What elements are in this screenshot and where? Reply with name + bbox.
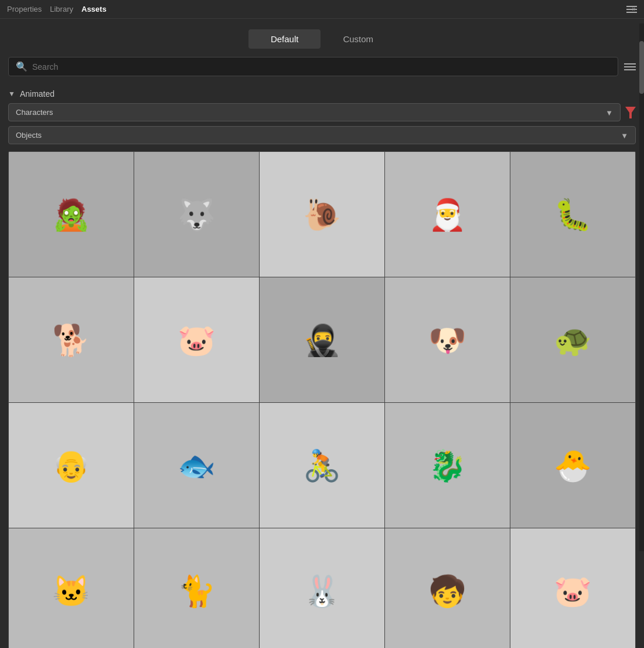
asset-emoji-16: 🐱 xyxy=(52,576,90,606)
asset-cell-18[interactable]: 🐰 xyxy=(260,528,384,648)
asset-cell-14[interactable]: 🐉 xyxy=(385,403,510,528)
double-chevron-icon[interactable]: » xyxy=(632,5,636,13)
asset-cell-9[interactable]: 🐶 xyxy=(385,277,510,402)
asset-emoji-3: 🐌 xyxy=(303,199,341,230)
asset-emoji-17: 🐈 xyxy=(178,576,216,606)
asset-emoji-18: 🐰 xyxy=(303,576,341,606)
asset-cell-19[interactable]: 🧒 xyxy=(385,528,510,648)
asset-cell-2[interactable]: 🐺 xyxy=(134,152,259,277)
characters-dropdown-label: Characters xyxy=(16,108,53,117)
asset-cell-12[interactable]: 🐟 xyxy=(134,403,259,528)
animated-section-label: Animated xyxy=(20,89,54,99)
objects-dropdown-wrapper: Objects ▼ xyxy=(8,126,636,144)
asset-emoji-4: 🎅 xyxy=(428,199,466,230)
tab-library[interactable]: Library xyxy=(50,4,73,15)
asset-emoji-8: 🥷 xyxy=(303,325,341,355)
characters-dropdown[interactable]: Characters ▼ xyxy=(8,103,621,121)
characters-dropdown-wrapper: Characters ▼ xyxy=(8,103,636,121)
animated-chevron-icon: ▼ xyxy=(8,90,15,98)
filter-icon[interactable] xyxy=(625,106,636,118)
asset-cell-11[interactable]: 👴 xyxy=(9,403,134,528)
search-box: 🔍 xyxy=(8,57,618,76)
top-bar: Properties Library Assets xyxy=(0,0,644,19)
asset-emoji-7: 🐷 xyxy=(178,325,216,355)
list-view-icon[interactable] xyxy=(624,63,636,70)
objects-dropdown[interactable]: Objects ▼ xyxy=(8,126,636,144)
tab-properties[interactable]: Properties xyxy=(7,4,42,15)
asset-emoji-2: 🐺 xyxy=(178,199,216,230)
asset-emoji-5: 🐛 xyxy=(554,199,592,230)
asset-cell-4[interactable]: 🎅 xyxy=(385,152,510,277)
asset-cell-5[interactable]: 🐛 xyxy=(510,152,635,277)
asset-cell-6[interactable]: 🐕 xyxy=(9,277,134,402)
search-row: 🔍 xyxy=(0,57,644,76)
animated-section-header[interactable]: ▼ Animated xyxy=(0,84,644,103)
asset-emoji-1: 🧟 xyxy=(52,199,90,230)
asset-cell-17[interactable]: 🐈 xyxy=(134,528,259,648)
custom-tab-button[interactable]: Custom xyxy=(321,29,396,49)
asset-emoji-14: 🐉 xyxy=(428,450,466,481)
scroll-thumb[interactable] xyxy=(639,41,644,94)
assets-grid: 🧟🐺🐌🎅🐛🐕🐷🥷🐶🐢👴🐟🚴🐉🐣🐱🐈🐰🧒🐷 xyxy=(8,151,636,648)
asset-cell-1[interactable]: 🧟 xyxy=(9,152,134,277)
svg-marker-0 xyxy=(625,107,636,118)
asset-emoji-12: 🐟 xyxy=(178,450,216,481)
characters-chevron-icon: ▼ xyxy=(605,108,613,117)
asset-emoji-11: 👴 xyxy=(52,450,90,481)
top-bar-tabs: Properties Library Assets xyxy=(7,4,107,15)
scroll-track xyxy=(639,23,644,551)
asset-cell-13[interactable]: 🚴 xyxy=(260,403,384,528)
asset-emoji-10: 🐢 xyxy=(554,325,592,355)
asset-emoji-19: 🧒 xyxy=(428,576,466,606)
default-tab-button[interactable]: Default xyxy=(248,29,321,49)
asset-emoji-6: 🐕 xyxy=(52,325,90,355)
asset-cell-15[interactable]: 🐣 xyxy=(510,403,635,528)
asset-cell-8[interactable]: 🥷 xyxy=(260,277,384,402)
asset-emoji-9: 🐶 xyxy=(428,325,466,355)
asset-cell-3[interactable]: 🐌 xyxy=(260,152,384,277)
asset-cell-16[interactable]: 🐱 xyxy=(9,528,134,648)
asset-cell-7[interactable]: 🐷 xyxy=(134,277,259,402)
asset-emoji-13: 🚴 xyxy=(303,450,341,481)
search-input[interactable] xyxy=(32,62,611,72)
tab-switcher: Default Custom xyxy=(0,19,644,57)
dropdowns-row: Characters ▼ Objects ▼ xyxy=(0,103,644,144)
asset-cell-10[interactable]: 🐢 xyxy=(510,277,635,402)
asset-emoji-20: 🐷 xyxy=(554,576,592,606)
tab-assets[interactable]: Assets xyxy=(81,4,107,15)
objects-dropdown-label: Objects xyxy=(16,131,42,140)
asset-emoji-15: 🐣 xyxy=(554,450,592,481)
search-icon: 🔍 xyxy=(16,61,28,72)
objects-chevron-icon: ▼ xyxy=(621,131,628,140)
asset-cell-20[interactable]: 🐷 xyxy=(510,528,635,648)
